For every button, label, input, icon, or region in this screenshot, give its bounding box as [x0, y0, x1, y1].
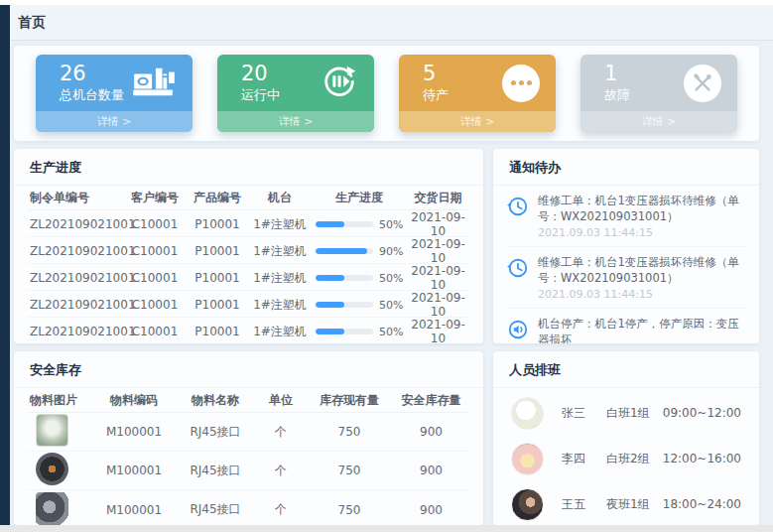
stats-panel: 26 总机台数量 详情 > 20 运行中 [14, 46, 759, 141]
col-header-customer: 客户编号 [123, 190, 187, 206]
stat-label: 总机台数量 [60, 86, 124, 104]
speaker-angle-image [36, 492, 68, 525]
clock-icon [507, 257, 529, 279]
inventory-row: M100001 RJ45接口 个 750 900 [28, 413, 469, 452]
stat-card-running[interactable]: 20 运行中 详情 > [217, 55, 374, 132]
production-table: 制令单编号 客户编号 产品编号 机台 生产进度 交货日期 ZL202109021… [14, 186, 483, 343]
unit-cell: 个 [256, 424, 306, 441]
progress-label: 50% [379, 272, 403, 285]
notice-item[interactable]: 维修工单：机台1变压器损坏待维修（单号：WX202109031001） 2021… [507, 186, 745, 247]
table-header-row: 物料图片 物料编码 物料名称 单位 库存现有量 安全库存量 [28, 388, 469, 413]
shift-label: 白班1组 [606, 405, 663, 422]
progress-bar: 50% [312, 326, 407, 338]
stat-value: 5 [423, 62, 449, 85]
panel-title: 人员排班 [493, 351, 759, 388]
stat-label: 故障 [604, 86, 630, 104]
progress-bar: 90% [312, 245, 407, 258]
shift-label: 夜班1组 [606, 496, 663, 513]
stat-card-fault[interactable]: 1 故障 详情 > [580, 55, 737, 132]
detail-link[interactable]: 详情 > [399, 111, 556, 132]
stat-card-total-machines[interactable]: 26 总机台数量 详情 > [36, 55, 193, 132]
progress-label: 90% [379, 245, 403, 258]
product-cell: P10001 [187, 217, 248, 231]
notice-body: 维修工单：机台1变压器损坏待维修（单号：WX202109031001） 2021… [538, 194, 745, 239]
roster-panel: 人员排班 张三 白班1组 09:00~12:00 李四 白班2组 12:00~1… [493, 351, 759, 525]
shift-time: 18:00~24:00 [663, 497, 741, 511]
order-cell: ZL202109021001 [28, 217, 123, 231]
progress-bar: 50% [312, 299, 407, 312]
tab-home[interactable]: 首页 [18, 14, 46, 32]
customer-cell: C10001 [123, 217, 187, 231]
tab-bar: 首页 [10, 5, 773, 41]
ellipsis-icon [502, 65, 540, 102]
progress-bar: 50% [312, 218, 407, 231]
roster-row: 李四 白班2组 12:00~16:00 [511, 436, 741, 481]
detail-link[interactable]: 详情 > [36, 111, 193, 132]
order-cell: ZL202109021001 [28, 271, 123, 285]
inventory-row: M100001 RJ45接口 个 750 900 [28, 490, 469, 525]
inventory-row: M100001 RJ45接口 个 750 900 [28, 452, 469, 490]
bottom-bar [0, 525, 773, 532]
col-header-machine: 机台 [248, 190, 312, 206]
notice-text: 维修工单：机台1变压器损坏待维修（单号：WX202109031001） [538, 255, 745, 286]
unit-cell: 个 [256, 463, 306, 479]
avatar [511, 488, 544, 521]
unit-cell: 个 [256, 501, 306, 518]
material-name-cell: RJ45接口 [175, 424, 256, 441]
notice-item[interactable]: 维修工单：机台1变压器损坏待维修（单号：WX202109031001） 2021… [507, 247, 745, 309]
customer-cell: C10001 [123, 325, 187, 338]
card-text: 1 故障 [604, 62, 630, 103]
speaker-icon [507, 319, 529, 340]
panel-title: 生产进度 [14, 149, 483, 186]
detail-link[interactable]: 详情 > [217, 111, 374, 132]
panel-title: 安全库存 [14, 351, 483, 388]
detail-link[interactable]: 详情 > [580, 111, 737, 132]
machine-cell: 1#注塑机 [248, 324, 312, 340]
card-body: 26 总机台数量 [36, 55, 193, 111]
production-row: ZL202109021001 C10001 P10001 1#注塑机 90% 2… [28, 237, 469, 264]
col-header-code: 物料编码 [93, 392, 175, 409]
notices-panel: 通知待办 维修工单：机台1变压器损坏待维修（单号：WX202109031001）… [493, 149, 759, 343]
notice-item[interactable]: 机台停产：机台1停产，停产原因：变压器损坏 2021.09.03 11:44:1… [507, 309, 745, 343]
stat-value: 1 [604, 62, 630, 85]
notice-body: 机台停产：机台1停产，停产原因：变压器损坏 2021.09.03 11:44:1… [538, 317, 745, 343]
col-header-date: 交货日期 [407, 190, 469, 206]
card-body: 20 运行中 [217, 55, 374, 111]
card-body: 1 故障 [580, 55, 737, 111]
repair-tools-icon [684, 65, 721, 102]
notice-list: 维修工单：机台1变压器损坏待维修（单号：WX202109031001） 2021… [493, 186, 759, 343]
stock-cell: 750 [306, 503, 393, 517]
inventory-table: 物料图片 物料编码 物料名称 单位 库存现有量 安全库存量 M100001 RJ… [14, 388, 483, 525]
notice-time: 2021.09.03 11:44:15 [538, 226, 745, 239]
product-cell: P10001 [187, 325, 248, 338]
date-cell: 2021-09-10 [407, 318, 469, 343]
notice-time: 2021.09.03 11:44:15 [538, 288, 745, 301]
rj45-connector-image [36, 414, 68, 447]
notice-text: 维修工单：机台1变压器损坏待维修（单号：WX202109031001） [538, 194, 745, 224]
col-header-unit: 单位 [256, 392, 306, 409]
shift-time: 12:00~16:00 [663, 452, 741, 466]
table-header-row: 制令单编号 客户编号 产品编号 机台 生产进度 交货日期 [28, 186, 469, 210]
card-text: 26 总机台数量 [60, 62, 124, 103]
order-cell: ZL202109021001 [28, 298, 123, 312]
card-body: 5 待产 [399, 55, 556, 111]
stat-card-waiting[interactable]: 5 待产 详情 > [399, 55, 556, 132]
shift-time: 09:00~12:00 [663, 406, 741, 420]
col-header-stock: 库存现有量 [306, 392, 393, 409]
sidebar-strip [0, 5, 10, 525]
notice-body: 维修工单：机台1变压器损坏待维修（单号：WX202109031001） 2021… [538, 255, 745, 301]
customer-cell: C10001 [123, 298, 187, 312]
shift-label: 白班2组 [606, 451, 663, 467]
person-name: 王五 [562, 496, 606, 513]
progress-label: 50% [379, 218, 403, 231]
notice-text: 机台停产：机台1停产，停产原因：变压器损坏 [538, 317, 745, 343]
stat-label: 待产 [423, 86, 449, 104]
running-icon [321, 63, 358, 104]
panel-title: 通知待办 [493, 149, 759, 186]
inventory-panel: 安全库存 物料图片 物料编码 物料名称 单位 库存现有量 安全库存量 M1000… [14, 351, 483, 525]
material-name-cell: RJ45接口 [175, 501, 256, 518]
col-header-safety: 安全库存量 [393, 392, 469, 409]
customer-cell: C10001 [123, 271, 187, 285]
card-text: 20 运行中 [241, 62, 280, 103]
avatar [511, 443, 544, 475]
